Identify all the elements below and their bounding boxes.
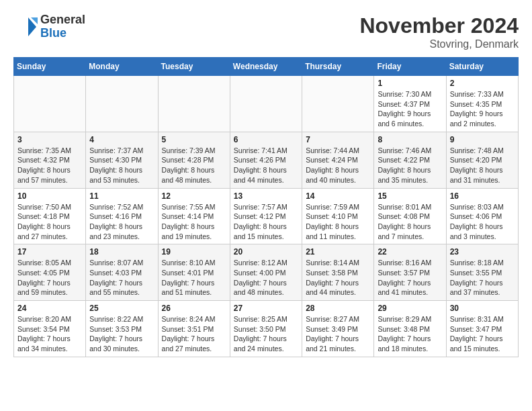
day-cell: 24Sunrise: 8:20 AMSunset: 3:54 PMDayligh… (14, 301, 86, 357)
day-cell: 21Sunrise: 8:14 AMSunset: 3:58 PMDayligh… (302, 244, 374, 301)
day-cell: 7Sunrise: 7:44 AMSunset: 4:24 PMDaylight… (302, 132, 374, 188)
day-number: 8 (378, 135, 442, 144)
week-row-3: 10Sunrise: 7:50 AMSunset: 4:18 PMDayligh… (14, 188, 519, 244)
day-info: Sunrise: 7:33 AMSunset: 4:35 PMDaylight:… (450, 89, 515, 129)
day-cell (158, 76, 230, 132)
day-cell: 6Sunrise: 7:41 AMSunset: 4:26 PMDaylight… (230, 132, 302, 188)
day-info: Sunrise: 8:20 AMSunset: 3:54 PMDaylight:… (17, 314, 82, 354)
day-number: 16 (450, 191, 515, 201)
day-cell: 10Sunrise: 7:50 AMSunset: 4:18 PMDayligh… (14, 188, 86, 244)
page-header: General Blue November 2024 Stovring, Den… (13, 13, 519, 50)
day-cell: 25Sunrise: 8:22 AMSunset: 3:53 PMDayligh… (86, 301, 158, 357)
week-row-4: 17Sunrise: 8:05 AMSunset: 4:05 PMDayligh… (14, 244, 519, 301)
weekday-header-friday: Friday (374, 58, 446, 76)
day-cell: 28Sunrise: 8:27 AMSunset: 3:49 PMDayligh… (302, 301, 374, 357)
day-info: Sunrise: 7:57 AMSunset: 4:12 PMDaylight:… (234, 202, 298, 242)
day-info: Sunrise: 7:50 AMSunset: 4:18 PMDaylight:… (17, 202, 82, 242)
day-info: Sunrise: 7:59 AMSunset: 4:10 PMDaylight:… (306, 202, 370, 242)
day-cell (230, 76, 302, 132)
day-number: 7 (306, 135, 370, 144)
day-info: Sunrise: 8:12 AMSunset: 4:00 PMDaylight:… (234, 258, 298, 298)
day-cell (14, 76, 86, 132)
day-number: 27 (234, 304, 298, 313)
day-number: 30 (450, 304, 515, 313)
weekday-header-wednesday: Wednesday (230, 58, 302, 76)
day-number: 10 (17, 191, 82, 201)
weekday-header-saturday: Saturday (446, 58, 518, 76)
day-cell: 11Sunrise: 7:52 AMSunset: 4:16 PMDayligh… (86, 188, 158, 244)
day-cell: 16Sunrise: 8:03 AMSunset: 4:06 PMDayligh… (446, 188, 518, 244)
day-cell: 4Sunrise: 7:37 AMSunset: 4:30 PMDaylight… (86, 132, 158, 188)
day-info: Sunrise: 7:37 AMSunset: 4:30 PMDaylight:… (89, 146, 154, 185)
day-number: 24 (17, 304, 82, 313)
day-cell: 22Sunrise: 8:16 AMSunset: 3:57 PMDayligh… (374, 244, 446, 301)
day-number: 29 (378, 304, 442, 313)
day-info: Sunrise: 8:31 AMSunset: 3:47 PMDaylight:… (450, 314, 515, 354)
day-cell: 23Sunrise: 8:18 AMSunset: 3:55 PMDayligh… (446, 244, 518, 301)
day-number: 6 (234, 135, 298, 144)
day-number: 11 (89, 191, 154, 201)
week-row-1: 1Sunrise: 7:30 AMSunset: 4:37 PMDaylight… (14, 76, 519, 132)
weekday-header-monday: Monday (86, 58, 158, 76)
day-cell: 18Sunrise: 8:07 AMSunset: 4:03 PMDayligh… (86, 244, 158, 301)
day-cell: 30Sunrise: 8:31 AMSunset: 3:47 PMDayligh… (446, 301, 518, 357)
day-number: 12 (162, 191, 226, 201)
weekday-header-thursday: Thursday (302, 58, 374, 76)
day-number: 3 (17, 135, 82, 144)
day-info: Sunrise: 8:01 AMSunset: 4:08 PMDaylight:… (378, 202, 442, 242)
day-info: Sunrise: 8:16 AMSunset: 3:57 PMDaylight:… (378, 258, 442, 298)
day-cell: 14Sunrise: 7:59 AMSunset: 4:10 PMDayligh… (302, 188, 374, 244)
day-info: Sunrise: 8:07 AMSunset: 4:03 PMDaylight:… (89, 258, 154, 298)
week-row-5: 24Sunrise: 8:20 AMSunset: 3:54 PMDayligh… (14, 301, 519, 357)
calendar: SundayMondayTuesdayWednesdayThursdayFrid… (13, 57, 519, 357)
day-cell: 9Sunrise: 7:48 AMSunset: 4:20 PMDaylight… (446, 132, 518, 188)
day-number: 2 (450, 79, 515, 88)
day-number: 18 (89, 247, 154, 257)
day-info: Sunrise: 8:03 AMSunset: 4:06 PMDaylight:… (450, 202, 515, 242)
day-cell: 12Sunrise: 7:55 AMSunset: 4:14 PMDayligh… (158, 188, 230, 244)
day-info: Sunrise: 8:10 AMSunset: 4:01 PMDaylight:… (162, 258, 226, 298)
day-number: 21 (306, 247, 370, 257)
day-number: 13 (234, 191, 298, 201)
day-info: Sunrise: 7:52 AMSunset: 4:16 PMDaylight:… (89, 202, 154, 242)
weekday-header-tuesday: Tuesday (158, 58, 230, 76)
day-info: Sunrise: 8:24 AMSunset: 3:51 PMDaylight:… (162, 314, 226, 354)
day-cell: 1Sunrise: 7:30 AMSunset: 4:37 PMDaylight… (374, 76, 446, 132)
day-cell (302, 76, 374, 132)
day-cell: 2Sunrise: 7:33 AMSunset: 4:35 PMDaylight… (446, 76, 518, 132)
day-cell: 29Sunrise: 8:29 AMSunset: 3:48 PMDayligh… (374, 301, 446, 357)
title-block: November 2024 Stovring, Denmark (359, 13, 519, 50)
day-number: 22 (378, 247, 442, 257)
day-cell: 20Sunrise: 8:12 AMSunset: 4:00 PMDayligh… (230, 244, 302, 301)
day-number: 23 (450, 247, 515, 257)
month-title: November 2024 (359, 13, 519, 38)
day-number: 17 (17, 247, 82, 257)
day-number: 26 (162, 304, 226, 313)
logo: General Blue (13, 13, 85, 40)
day-cell: 27Sunrise: 8:25 AMSunset: 3:50 PMDayligh… (230, 301, 302, 357)
day-cell: 8Sunrise: 7:46 AMSunset: 4:22 PMDaylight… (374, 132, 446, 188)
day-number: 20 (234, 247, 298, 257)
day-info: Sunrise: 8:29 AMSunset: 3:48 PMDaylight:… (378, 314, 442, 354)
day-cell: 26Sunrise: 8:24 AMSunset: 3:51 PMDayligh… (158, 301, 230, 357)
day-info: Sunrise: 8:18 AMSunset: 3:55 PMDaylight:… (450, 258, 515, 298)
week-row-2: 3Sunrise: 7:35 AMSunset: 4:32 PMDaylight… (14, 132, 519, 188)
day-info: Sunrise: 7:48 AMSunset: 4:20 PMDaylight:… (450, 146, 515, 185)
weekday-header-row: SundayMondayTuesdayWednesdayThursdayFrid… (14, 58, 519, 76)
day-number: 1 (378, 79, 442, 88)
day-cell: 13Sunrise: 7:57 AMSunset: 4:12 PMDayligh… (230, 188, 302, 244)
day-number: 19 (162, 247, 226, 257)
day-number: 9 (450, 135, 515, 144)
day-number: 25 (89, 304, 154, 313)
day-number: 14 (306, 191, 370, 201)
day-info: Sunrise: 8:05 AMSunset: 4:05 PMDaylight:… (17, 258, 82, 298)
day-cell: 19Sunrise: 8:10 AMSunset: 4:01 PMDayligh… (158, 244, 230, 301)
day-cell: 17Sunrise: 8:05 AMSunset: 4:05 PMDayligh… (14, 244, 86, 301)
day-cell: 3Sunrise: 7:35 AMSunset: 4:32 PMDaylight… (14, 132, 86, 188)
day-info: Sunrise: 8:27 AMSunset: 3:49 PMDaylight:… (306, 314, 370, 354)
day-number: 4 (89, 135, 154, 144)
day-info: Sunrise: 8:22 AMSunset: 3:53 PMDaylight:… (89, 314, 154, 354)
day-info: Sunrise: 7:46 AMSunset: 4:22 PMDaylight:… (378, 146, 442, 185)
day-info: Sunrise: 7:55 AMSunset: 4:14 PMDaylight:… (162, 202, 226, 242)
day-info: Sunrise: 7:30 AMSunset: 4:37 PMDaylight:… (378, 89, 442, 129)
